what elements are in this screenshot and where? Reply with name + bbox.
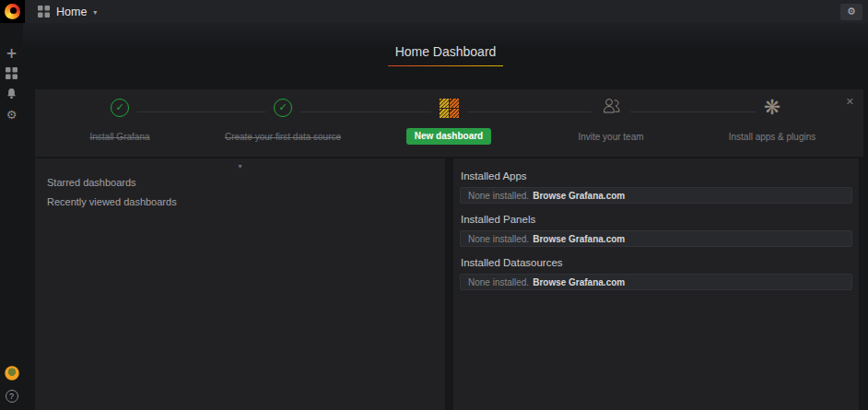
step-create-data-source[interactable]: ✓ Create your first data source bbox=[205, 89, 361, 142]
step-label: Install Grafana bbox=[41, 132, 198, 142]
grafana-logo-icon bbox=[5, 4, 20, 19]
step-install-plugins[interactable]: ❋ Install apps & plugins bbox=[694, 89, 850, 142]
plugin-list-panel: Installed Apps None installed. Browse Gr… bbox=[453, 158, 859, 410]
new-dashboard-button[interactable]: New dashboard bbox=[406, 128, 491, 145]
step-label: Install apps & plugins bbox=[694, 132, 850, 142]
question-icon: ? bbox=[9, 392, 14, 401]
gear-icon: ⚙ bbox=[6, 108, 18, 122]
installed-panels-heading: Installed Panels bbox=[461, 214, 851, 225]
getting-started-panel: ✓ Install Grafana ✓ Create your first da… bbox=[35, 89, 863, 157]
grafana-logo[interactable] bbox=[0, 0, 25, 23]
create-button[interactable]: + bbox=[0, 43, 23, 64]
dashboards-grid-icon bbox=[38, 6, 50, 18]
configuration-button[interactable]: ⚙ bbox=[0, 104, 23, 124]
step-install-grafana[interactable]: ✓ Install Grafana bbox=[41, 89, 198, 142]
step-new-dashboard[interactable]: New dashboard bbox=[370, 89, 527, 145]
team-icon bbox=[600, 102, 622, 118]
empty-text: None installed. bbox=[468, 277, 529, 287]
empty-text: None installed. bbox=[468, 234, 529, 244]
gear-icon: ⚙ bbox=[847, 6, 856, 18]
step-label: Invite your team bbox=[533, 132, 689, 142]
top-navbar: Home ▾ ⚙ bbox=[0, 0, 868, 23]
dashboards-icon bbox=[6, 65, 18, 83]
page-title: Home Dashboard bbox=[388, 41, 504, 66]
empty-text: None installed. bbox=[468, 191, 529, 201]
installed-datasources-heading: Installed Datasources bbox=[461, 257, 851, 268]
chevron-down-icon: ▾ bbox=[93, 8, 97, 17]
installed-apps-heading: Installed Apps bbox=[461, 170, 851, 182]
check-circle-icon: ✓ bbox=[111, 99, 129, 117]
bell-icon bbox=[6, 86, 18, 103]
user-avatar[interactable] bbox=[5, 366, 19, 381]
step-label: Create your first data source bbox=[205, 132, 361, 142]
plugins-burst-icon: ❋ bbox=[764, 96, 780, 119]
browse-grafana-link[interactable]: Browse Grafana.com bbox=[533, 277, 625, 287]
recently-viewed-dashboards-item[interactable]: Recently viewed dashboards bbox=[40, 193, 440, 212]
breadcrumb-home: Home bbox=[56, 6, 87, 18]
installed-datasources-row: None installed. Browse Grafana.com bbox=[460, 274, 852, 290]
browse-grafana-link[interactable]: Browse Grafana.com bbox=[533, 191, 625, 201]
dashboards-button[interactable] bbox=[0, 64, 23, 84]
dashboard-settings-button[interactable]: ⚙ bbox=[840, 4, 862, 20]
side-menu: + ⚙ ? bbox=[0, 23, 23, 410]
dashboard-squares-icon bbox=[440, 99, 459, 118]
installed-panels-row: None installed. Browse Grafana.com bbox=[460, 230, 852, 247]
browse-grafana-link[interactable]: Browse Grafana.com bbox=[533, 234, 625, 244]
starred-dashboards-item[interactable]: Starred dashboards bbox=[40, 173, 440, 193]
step-invite-team[interactable]: Invite your team bbox=[533, 89, 689, 142]
dashboard-picker[interactable]: Home ▾ bbox=[38, 6, 97, 18]
panel-menu-caret-icon[interactable]: ▾ bbox=[238, 162, 241, 170]
close-icon[interactable]: ✕ bbox=[846, 97, 854, 107]
plus-icon: + bbox=[6, 45, 18, 62]
help-button[interactable]: ? bbox=[6, 390, 18, 403]
installed-apps-row: None installed. Browse Grafana.com bbox=[460, 187, 852, 204]
dashboards-panel: ▾ Starred dashboards Recently viewed das… bbox=[35, 158, 445, 410]
check-circle-icon: ✓ bbox=[274, 99, 292, 117]
alerting-button[interactable] bbox=[0, 84, 23, 104]
